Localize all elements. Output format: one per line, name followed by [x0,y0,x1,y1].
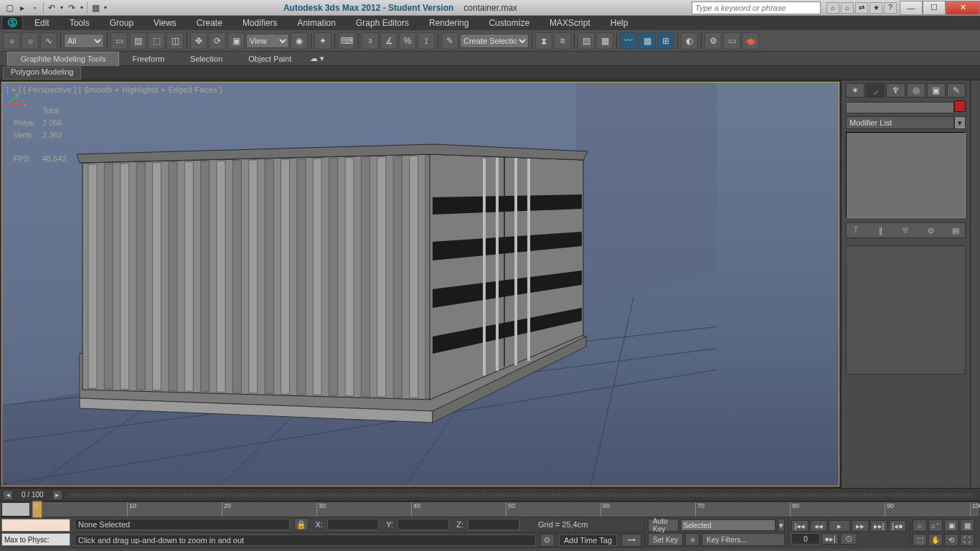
modifier-stack[interactable] [846,132,966,218]
pin-stack-icon[interactable]: ⟙ [849,225,862,236]
menu-help[interactable]: Help [600,18,639,28]
help-search-input[interactable] [692,1,821,14]
select-name-icon[interactable]: ▤ [129,32,146,50]
next-frame-icon[interactable]: ▸▸ [852,520,869,532]
redo-icon[interactable]: ↷ [65,1,78,14]
subscription-icon[interactable]: ⌂ [841,2,854,14]
time-config-icon[interactable]: ⏲ [840,533,857,545]
x-coord-input[interactable] [327,519,379,530]
maximize-button[interactable]: ☐ [923,1,946,15]
tab-selection[interactable]: Selection [177,52,235,66]
menu-group[interactable]: Group [100,18,143,28]
menu-maxscript[interactable]: MAXScript [540,18,600,28]
keymode-drop-icon[interactable]: ▾ [778,519,785,532]
refcoord-dropdown[interactable]: View [246,34,289,48]
open-icon[interactable]: ▸ [16,1,29,14]
lock-selection-icon[interactable]: 🔒 [294,518,308,531]
make-unique-icon[interactable]: ⩔ [900,225,913,236]
tab-objectpaint[interactable]: Object Paint [235,52,304,66]
unlink-icon[interactable]: ⟐ [22,32,39,50]
manipulate-icon[interactable]: ✦ [314,32,331,50]
goto-end-icon[interactable]: ▸▸| [870,520,887,532]
autokey-button[interactable]: Auto Key [648,519,679,532]
menu-customize[interactable]: Customize [479,18,540,28]
time-slider-track[interactable] [68,493,974,497]
undo-drop-icon[interactable]: ▾ [58,1,65,14]
layer-explorer-icon[interactable]: ▦ [596,32,613,50]
cmd-tab-hierarchy[interactable]: ♆ [886,83,905,98]
dope-sheet-icon[interactable]: ▦ [639,32,656,50]
zoom-icon[interactable]: ⌕ [913,519,927,532]
comm-center-icon[interactable]: ⊶ [621,534,641,547]
y-coord-input[interactable] [397,519,449,530]
tab-graphite[interactable]: Graphite Modeling Tools [7,52,119,66]
mini-listener[interactable] [1,519,70,532]
project-icon[interactable]: ▦ [89,1,102,14]
keymode-dropdown[interactable] [681,519,776,531]
cmd-tab-motion[interactable]: ◎ [907,83,925,98]
command-panel-scrollbar[interactable] [970,80,980,488]
show-end-result-icon[interactable]: ‖ [875,225,887,236]
scale-icon[interactable]: ▣ [227,32,245,50]
bind-icon[interactable]: ∿ [40,32,57,50]
time-ruler[interactable]: 0 10 20 30 40 50 60 70 80 90 100 [32,501,980,517]
prev-frame-icon[interactable]: ◂◂ [810,520,827,532]
select-icon[interactable]: ▭ [110,32,128,50]
cmd-tab-display[interactable]: ▣ [927,83,946,98]
object-name-input[interactable] [846,102,954,113]
menu-modifiers[interactable]: Modifiers [232,18,288,28]
undo-icon[interactable]: ↶ [45,1,58,14]
tab-freeform[interactable]: Freeform [119,52,177,66]
menu-create[interactable]: Create [187,18,232,28]
timeslider-right-icon[interactable]: ▸ [52,490,62,500]
object-color-swatch[interactable] [954,100,966,112]
named-selection-dropdown[interactable]: Create Selection Se [460,34,529,48]
modifier-list-dropdown[interactable]: ▾ [954,116,966,129]
spinner-snap-icon[interactable]: ⟟ [418,32,435,50]
remove-modifier-icon[interactable]: ⊝ [924,225,937,236]
exchange-icon[interactable]: ⇄ [855,2,868,14]
cmd-tab-modify[interactable]: ◞ [866,83,885,98]
maximize-viewport-icon[interactable]: ⛶ [960,534,974,546]
timetag-button[interactable]: Add Time Tag [559,534,617,546]
angle-snap-icon[interactable]: ∡ [380,32,397,50]
favorite-icon[interactable]: ★ [870,2,882,14]
curve-editor-icon[interactable]: 〰 [620,32,637,50]
mirror-icon[interactable]: ⧗ [535,32,552,50]
redo-drop-icon[interactable]: ▾ [78,1,85,14]
cmd-tab-utilities[interactable]: ✎ [947,83,966,98]
goto-start-icon[interactable]: |◂◂ [791,520,809,532]
play-icon[interactable]: ▸ [829,520,850,532]
layer-icon[interactable]: ▤ [578,32,595,50]
zoom-region-icon[interactable]: ⬚ [913,534,927,546]
polygon-modeling-button[interactable]: Polygon Modeling [3,67,81,80]
menu-rendering[interactable]: Rendering [419,18,479,28]
pivot-icon[interactable]: ◉ [291,32,308,50]
close-button[interactable]: ✕ [946,1,980,15]
align-icon[interactable]: ≡ [554,32,571,50]
isolate-icon[interactable]: ⊙ [540,534,555,547]
render-icon[interactable]: 🫖 [742,32,759,50]
macro-recorder-button[interactable]: Max to Physc: [1,533,70,546]
help-icon[interactable]: ? [884,2,897,14]
window-crossing-icon[interactable]: ◫ [166,32,184,50]
trackbar-toggle[interactable] [1,502,30,517]
save-icon[interactable]: ▫ [29,1,42,14]
minimize-button[interactable]: — [900,1,923,15]
schematic-icon[interactable]: ⊞ [657,32,674,50]
application-button[interactable]: Ⓢ [1,16,23,30]
z-coord-input[interactable] [468,519,519,530]
material-editor-icon[interactable]: ◐ [681,32,698,50]
percent-snap-icon[interactable]: % [399,32,416,50]
configure-sets-icon[interactable]: ▤ [949,225,962,236]
zoom-all-icon[interactable]: ⌕⁺ [928,519,943,532]
menu-edit[interactable]: Edit [24,18,60,28]
menu-tools[interactable]: Tools [60,18,100,28]
new-icon[interactable]: ▢ [3,1,16,14]
cmd-tab-create[interactable]: ✶ [846,83,864,98]
frame-input[interactable] [791,533,820,545]
link-icon[interactable]: ⟐ [3,32,20,50]
zoom-extents-all-icon[interactable]: ▦ [960,519,974,532]
move-icon[interactable]: ✥ [190,32,207,50]
timeslider-left-icon[interactable]: ◂ [3,490,13,500]
